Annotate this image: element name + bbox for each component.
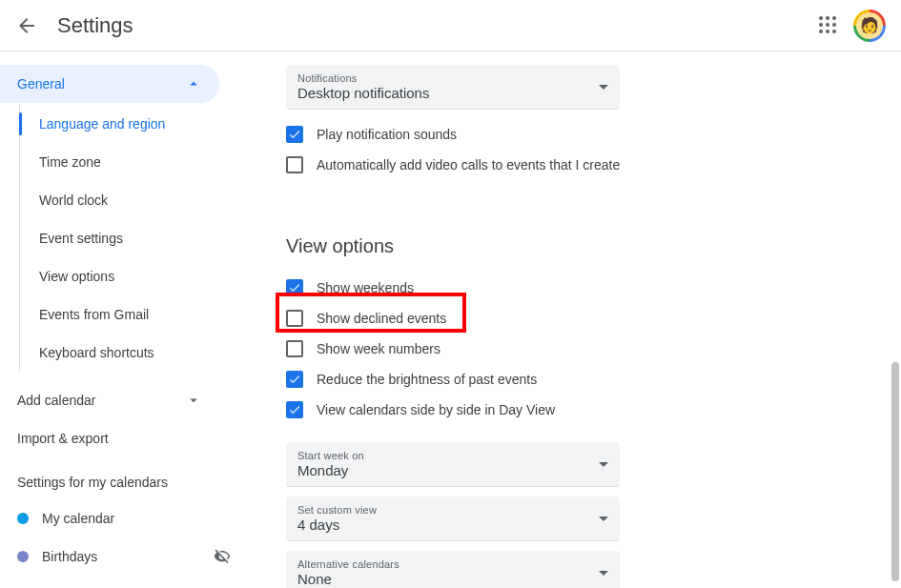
sidebar-general-expando[interactable]: General	[0, 65, 219, 103]
show-declined-events-checkbox[interactable]	[286, 310, 303, 327]
show-weekends-checkbox[interactable]	[286, 279, 303, 296]
apps-grid-icon[interactable]	[817, 14, 840, 37]
dropdown-arrow-icon	[599, 571, 608, 576]
view-options-heading: View options	[286, 235, 863, 257]
dropdown-arrow-icon	[599, 462, 608, 467]
sidebar-calendar-birthdays[interactable]: Birthdays	[0, 537, 248, 576]
checkbox-label: View calendars side by side in Day View	[317, 402, 555, 417]
dropdown-label: Notifications	[297, 72, 429, 84]
sidebar-add-calendar-label: Add calendar	[17, 393, 96, 408]
start-week-on-dropdown[interactable]: Start week on Monday	[286, 442, 620, 487]
checkbox-label: Play notification sounds	[317, 127, 457, 142]
checkbox-label: Show declined events	[317, 311, 446, 326]
dropdown-value: Monday	[297, 462, 364, 478]
sidebar-item-view-options[interactable]: View options	[20, 257, 248, 295]
chevron-up-icon	[185, 75, 202, 92]
dropdown-value: Desktop notifications	[297, 85, 429, 101]
dropdown-label: Alternative calendars	[297, 558, 399, 570]
sidebar-item-events-from-gmail[interactable]: Events from Gmail	[20, 295, 248, 334]
alternative-calendars-dropdown[interactable]: Alternative calendars None	[286, 551, 620, 588]
calendar-color-dot	[17, 513, 29, 524]
dropdown-arrow-icon	[599, 85, 608, 90]
calendar-color-dot	[17, 551, 29, 562]
sidebar-item-language-region[interactable]: Language and region	[20, 105, 248, 143]
custom-view-dropdown[interactable]: Set custom view 4 days	[286, 497, 620, 541]
checkbox-label: Automatically add video calls to events …	[317, 157, 620, 172]
sidebar-calendar-my-calendar[interactable]: My calendar	[0, 499, 248, 537]
show-week-numbers-checkbox[interactable]	[286, 340, 303, 357]
dropdown-arrow-icon	[599, 517, 608, 521]
dropdown-value: None	[297, 571, 399, 587]
play-sounds-checkbox[interactable]	[286, 126, 303, 143]
sidebar-add-calendar-expando[interactable]: Add calendar	[0, 381, 219, 419]
checkbox-label: Show weekends	[317, 280, 414, 295]
back-arrow-icon[interactable]	[15, 14, 38, 37]
chevron-down-icon	[185, 392, 202, 409]
sidebar-item-world-clock[interactable]: World clock	[20, 181, 248, 219]
sidebar-general-label: General	[17, 76, 65, 91]
sidebar-item-keyboard-shortcuts[interactable]: Keyboard shortcuts	[20, 334, 248, 372]
sidebar-item-time-zone[interactable]: Time zone	[20, 143, 248, 181]
scrollbar[interactable]	[891, 362, 899, 581]
notifications-dropdown[interactable]: Notifications Desktop notifications	[286, 65, 620, 110]
dropdown-label: Set custom view	[297, 504, 377, 516]
dropdown-value: 4 days	[297, 517, 377, 533]
sidebar-my-calendars-heading: Settings for my calendars	[0, 457, 248, 499]
avatar[interactable]: 🧑	[853, 10, 886, 42]
side-by-side-checkbox[interactable]	[286, 401, 303, 418]
checkbox-label: Reduce the brightness of past events	[317, 372, 537, 387]
dropdown-label: Start week on	[297, 450, 364, 461]
sidebar-item-event-settings[interactable]: Event settings	[20, 219, 248, 257]
sidebar-item-import-export[interactable]: Import & export	[0, 419, 248, 457]
checkbox-label: Show week numbers	[317, 341, 440, 356]
visibility-off-icon	[214, 548, 231, 565]
auto-video-calls-checkbox[interactable]	[286, 156, 303, 173]
page-title: Settings	[57, 13, 133, 38]
reduce-brightness-checkbox[interactable]	[286, 371, 303, 388]
